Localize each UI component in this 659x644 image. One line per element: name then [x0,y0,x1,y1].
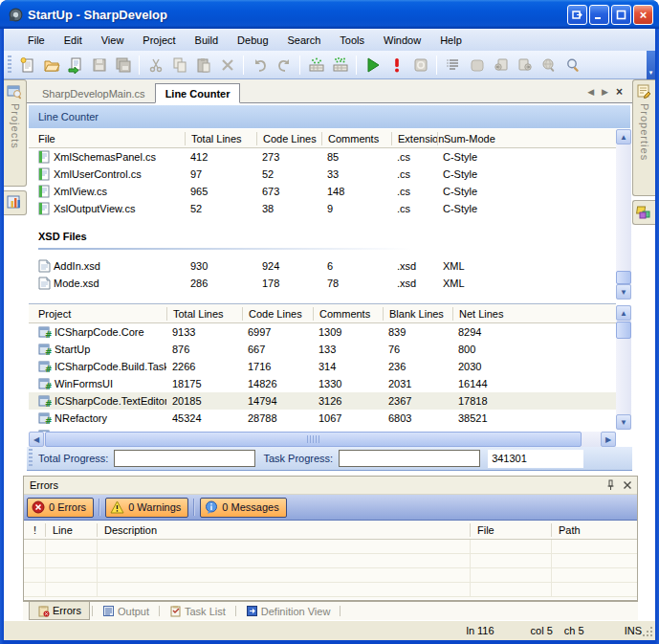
table-row[interactable]: XmlUserControl.cs 97 52 33 .cs C-Style [29,166,616,183]
col-comments[interactable]: Comments [313,307,383,321]
sidebar-tab-toolbox[interactable] [632,200,655,225]
col-net-lines[interactable]: Net Lines [452,307,616,321]
svg-text:#: # [45,365,52,373]
build-icon[interactable] [304,54,328,77]
col-sum-mode[interactable]: Sum-Mode [437,132,616,145]
projects-scrollbar-vertical[interactable]: ▲ ▼ [616,305,631,430]
errors-panel-titlebar[interactable]: Errors [24,477,637,495]
errors-table-header[interactable]: ! Line Description File Path [24,521,637,540]
table-row[interactable]: XmlSchemasPanel.cs 412 273 85 .cs C-Styl… [29,148,616,166]
scroll-down-icon[interactable]: ▼ [616,284,631,300]
col-total-lines[interactable]: Total Lines [185,132,256,145]
menu-file[interactable]: File [19,32,54,49]
col-description[interactable]: Description [97,523,470,537]
tab-line-counter[interactable]: Line Counter [155,83,241,103]
errors-filter-button[interactable]: 0 Errors [27,498,94,518]
table-row[interactable]: #WinFormsUI 18175 14826 1330 2031 16144 [29,375,616,392]
scroll-left-icon[interactable]: ◀ [29,432,44,447]
warnings-filter-button[interactable]: 0 Warnings [105,498,188,518]
menu-view[interactable]: View [93,32,133,49]
sidebar-tab-projects[interactable]: Projects [4,79,27,187]
tab-next-icon[interactable]: ▶ [602,87,608,97]
col-code-lines[interactable]: Code Lines [242,307,313,321]
find-icon[interactable] [560,54,584,77]
menu-build[interactable]: Build [187,32,227,49]
table-row[interactable]: #ICSharpCode.Core 9133 6997 1309 839 829… [29,323,616,341]
run-icon[interactable] [361,54,384,77]
dock-button[interactable] [567,5,587,25]
files-scrollbar[interactable]: ▲ ▼ [616,129,631,300]
col-total-lines[interactable]: Total Lines [166,307,242,321]
tab-prev-icon[interactable]: ◀ [587,87,594,97]
progress-grip[interactable] [29,449,33,468]
scrollbar-thumb[interactable] [616,322,631,339]
col-file[interactable]: File [29,132,185,145]
files-table-header[interactable]: File Total Lines Code Lines Comments Ext… [29,129,616,148]
rebuild-icon[interactable] [328,54,352,77]
table-row[interactable]: #ICSharpCode.Build.Tasks 2266 1716 314 2… [29,358,616,375]
tab-sharpdevelopmain[interactable]: SharpDevelopMain.cs [33,84,155,102]
scroll-up-icon[interactable]: ▲ [616,129,631,144]
open-folder-icon[interactable] [39,54,63,77]
file-name: XslOutputView.cs [54,203,135,214]
tab-errors[interactable]: Errors [29,602,90,620]
col-project[interactable]: Project [29,307,166,321]
table-row[interactable]: Mode.xsd 286 178 78 .xsd XML [29,275,616,292]
table-row[interactable]: #StartUp 876 667 133 76 800 [29,341,616,358]
table-row[interactable]: XmlView.cs 965 673 148 .cs C-Style [29,183,616,200]
menu-project[interactable]: Project [134,32,184,49]
toolbar-grip[interactable] [8,56,11,75]
menu-window[interactable]: Window [375,32,429,49]
message-info-icon [205,500,218,514]
open-file-icon[interactable] [63,54,87,77]
scroll-right-icon[interactable]: ▶ [601,432,616,447]
col-file[interactable]: File [470,523,551,537]
projects-scrollbar-horizontal[interactable]: ◀ ▶ [29,432,616,447]
table-row-selected[interactable]: #ICSharpCode.TextEditor 20185 14794 3126… [29,392,616,410]
title-bar[interactable]: StartUp - SharpDevelop × [0,0,659,29]
sidebar-tab-properties[interactable]: Properties [632,79,655,196]
tab-close-icon[interactable]: × [616,85,623,99]
tab-task-list[interactable]: Task List [162,602,233,620]
messages-filter-button[interactable]: 0 Messages [200,498,286,518]
table-row[interactable]: #NRefactory 45324 28788 1067 6803 38521 [29,410,616,427]
new-file-icon[interactable] [15,54,39,77]
tab-separator [340,606,340,616]
copy-icon [167,54,191,77]
menu-search[interactable]: Search [279,32,330,49]
minimize-button[interactable] [589,5,609,25]
col-extension[interactable]: Extension [391,132,437,145]
cell: 14794 [242,395,313,407]
col-comments[interactable]: Comments [321,132,391,145]
table-row[interactable]: AddIn.xsd 930 924 6 .xsd XML [29,257,616,275]
menu-tools[interactable]: Tools [331,32,373,49]
menu-debug[interactable]: Debug [229,32,276,49]
col-path[interactable]: Path [551,523,637,537]
scrollbar-thumb[interactable] [616,271,631,284]
col-severity[interactable]: ! [24,523,45,537]
table-row[interactable]: XslOutputView.cs 52 38 9 .cs C-Style [29,200,616,217]
col-line[interactable]: Line [45,523,97,537]
cell: 273 [256,151,321,163]
abort-icon[interactable] [384,54,408,77]
app-icon [8,7,24,23]
resize-grip[interactable] [642,626,653,637]
menu-help[interactable]: Help [431,32,471,49]
projects-table-header[interactable]: Project Total Lines Code Lines Comments … [29,304,616,323]
scroll-up-icon[interactable]: ▲ [616,305,631,321]
status-ch: ch 5 [564,625,584,636]
col-blank-lines[interactable]: Blank Lines [383,307,452,321]
toolbar-overflow-button[interactable]: ▾ [647,51,655,79]
tab-output[interactable]: Output [95,602,157,620]
maximize-button[interactable] [611,5,631,25]
tab-definition-view[interactable]: Definition View [238,602,339,620]
scrollbar-thumb[interactable] [45,432,582,447]
menu-edit[interactable]: Edit [55,32,91,49]
sidebar-tab-classes[interactable] [4,190,27,215]
pin-icon[interactable] [604,479,616,491]
scroll-down-icon[interactable]: ▼ [616,414,631,430]
toggle-lines-icon[interactable] [441,54,465,77]
close-panel-icon[interactable] [622,479,633,491]
col-code-lines[interactable]: Code Lines [256,132,321,145]
close-button[interactable]: × [633,5,653,25]
